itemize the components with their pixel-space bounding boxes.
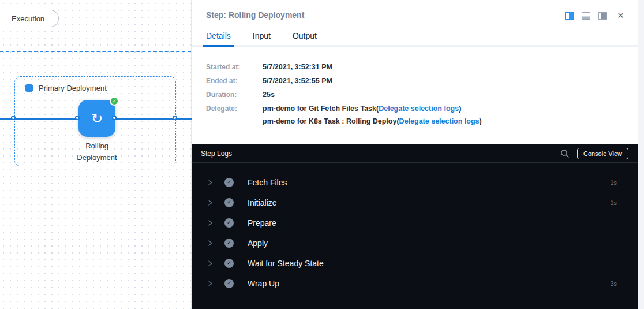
node-label: Rolling Deployment (65, 140, 129, 163)
check-circle-icon: ✓ (224, 218, 234, 228)
ended-at-value: 5/7/2021, 3:52:55 PM (263, 77, 332, 85)
ended-at-label: Ended at: (206, 77, 263, 85)
step-logs-title: Step Logs (201, 150, 232, 158)
delegate-selection-logs-link[interactable]: Delegate selection logs (399, 117, 480, 125)
log-step-label: Apply (248, 239, 268, 248)
delegate-text: pm-demo for Git Fetch Files Task( (263, 105, 379, 113)
search-icon[interactable] (560, 149, 570, 158)
split-right-icon[interactable] (565, 12, 574, 20)
chevron-right-icon[interactable] (207, 220, 213, 226)
connector-node-left[interactable] (75, 116, 80, 120)
log-rows: ✓ Fetch Files 1s ✓ Initialize 1s (192, 163, 638, 293)
delegate-line-1: pm-demo for Git Fetch Files Task(Delegat… (263, 105, 482, 113)
check-circle-icon: ✓ (224, 279, 234, 288)
log-step-duration: 3s (610, 280, 617, 287)
group-label: Primary Deployment (39, 84, 107, 92)
log-step-label: Prepare (248, 218, 276, 228)
connector-group-right[interactable] (173, 116, 177, 120)
dock-right-icon[interactable] (598, 12, 607, 20)
detail-row-delegate: Delegate: pm-demo for Git Fetch Files Ta… (206, 105, 624, 130)
pipeline-canvas[interactable]: Execution − Primary Deployment ↻ ✓ Rolli… (0, 0, 192, 309)
connector-node-right[interactable] (112, 116, 117, 120)
console-view-button[interactable]: Console View (577, 148, 628, 159)
group-header: − Primary Deployment (25, 84, 107, 92)
check-circle-icon: ✓ (224, 259, 234, 268)
pipeline-execution-view: Execution − Primary Deployment ↻ ✓ Rolli… (0, 0, 644, 309)
refresh-icon: ↻ (91, 111, 103, 125)
tab-output[interactable]: Output (293, 31, 317, 47)
stage-boundary-line (0, 51, 191, 52)
check-circle-icon: ✓ (224, 178, 234, 187)
execution-tab-label: Execution (12, 14, 44, 23)
panel-scrollbar-gutter[interactable] (638, 0, 644, 309)
chevron-right-icon[interactable] (207, 200, 213, 206)
log-step-duration: 1s (610, 199, 617, 206)
detail-row-started: Started at: 5/7/2021, 3:52:31 PM (206, 63, 624, 72)
close-icon[interactable]: × (617, 12, 624, 20)
started-at-label: Started at: (206, 63, 263, 72)
delegate-text-close: ) (480, 117, 482, 125)
step-details-panel: Step: Rolling Deployment × Details (192, 0, 638, 309)
tab-details[interactable]: Details (206, 31, 231, 47)
log-step-label: Initialize (248, 198, 277, 207)
split-bottom-icon[interactable] (582, 12, 590, 20)
tab-input[interactable]: Input (253, 31, 271, 47)
delegate-label: Delegate: (206, 105, 263, 130)
panel-layout-actions: × (565, 12, 624, 20)
duration-value: 25s (263, 91, 275, 99)
execution-tab[interactable]: Execution (0, 10, 59, 27)
collapse-minus-icon[interactable]: − (25, 84, 33, 92)
log-step-label: Wrap Up (248, 279, 279, 288)
step-details: Started at: 5/7/2021, 3:52:31 PM Ended a… (192, 47, 638, 130)
detail-row-ended: Ended at: 5/7/2021, 3:52:55 PM (206, 77, 624, 85)
chevron-right-icon[interactable] (207, 260, 213, 266)
chevron-right-icon[interactable] (207, 240, 213, 246)
detail-row-duration: Duration: 25s (206, 91, 624, 99)
duration-label: Duration: (206, 91, 263, 99)
delegate-text-close: ) (459, 105, 461, 113)
check-circle-icon: ✓ (224, 198, 234, 207)
connector-group-left[interactable] (11, 116, 16, 120)
panel-tabs: Details Input Output (192, 20, 638, 47)
log-step-label: Wait for Steady State (248, 259, 324, 268)
step-logs-header: Step Logs Console View (192, 144, 638, 163)
delegate-line-2: pm-demo for K8s Task : Rolling Deploy(De… (263, 117, 482, 126)
chevron-right-icon[interactable] (207, 180, 213, 185)
check-circle-icon: ✓ (224, 239, 234, 248)
success-check-icon: ✓ (110, 96, 119, 106)
log-row-prepare[interactable]: ✓ Prepare (192, 213, 638, 233)
log-row-fetch-files[interactable]: ✓ Fetch Files 1s (192, 172, 638, 192)
started-at-value: 5/7/2021, 3:52:31 PM (263, 63, 332, 72)
log-row-apply[interactable]: ✓ Apply (192, 233, 638, 253)
log-row-wrap-up[interactable]: ✓ Wrap Up 3s (192, 273, 638, 293)
log-row-wait-for-steady-state[interactable]: ✓ Wait for Steady State (192, 253, 638, 273)
log-step-duration: 1s (610, 179, 617, 186)
delegate-selection-logs-link[interactable]: Delegate selection logs (379, 105, 459, 113)
delegate-text: pm-demo for K8s Task : Rolling Deploy( (263, 117, 399, 125)
log-row-initialize[interactable]: ✓ Initialize 1s (192, 192, 638, 213)
panel-header: Step: Rolling Deployment × (192, 0, 638, 20)
log-step-label: Fetch Files (248, 178, 287, 187)
chevron-right-icon[interactable] (207, 281, 213, 286)
step-logs-section: Step Logs Console View ✓ Fetch Files (192, 144, 638, 309)
rolling-deployment-node[interactable]: ↻ ✓ (78, 100, 115, 137)
panel-title: Step: Rolling Deployment (206, 10, 304, 20)
